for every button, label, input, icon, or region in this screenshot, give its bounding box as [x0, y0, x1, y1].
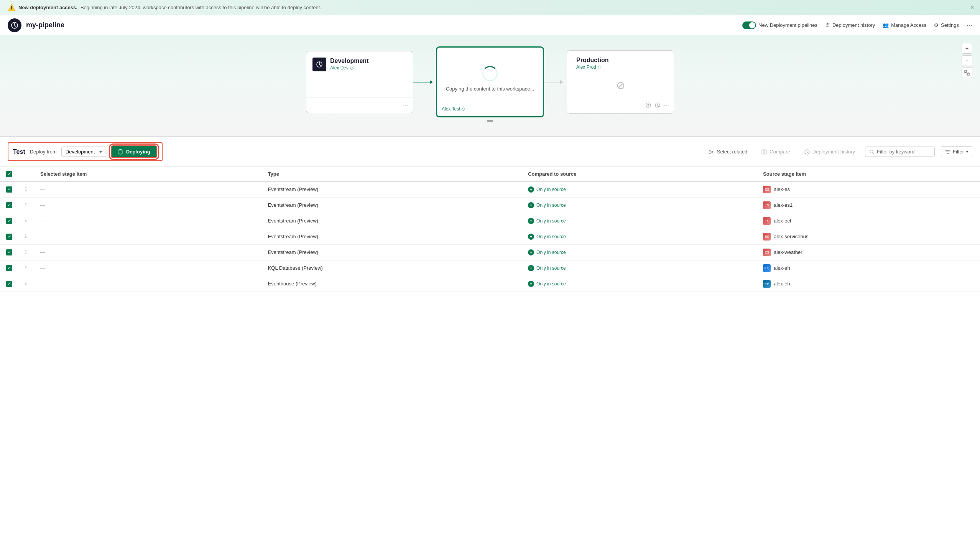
- manage-access-label: Manage Access: [891, 22, 926, 28]
- row-drag-cell[interactable]: ⠿: [18, 276, 34, 292]
- settings-button[interactable]: ⚙ Settings: [934, 22, 959, 28]
- source-item-cell: ESalex-es: [757, 181, 980, 198]
- source-item: KQalex-eh: [763, 264, 974, 272]
- source-type-icon: ES: [763, 217, 771, 225]
- close-notification-button[interactable]: ×: [970, 4, 974, 11]
- svg-rect-2: [967, 73, 969, 75]
- more-options-button[interactable]: ···: [967, 21, 972, 29]
- drag-handle[interactable]: ⠿: [25, 203, 28, 208]
- development-stage-content: [306, 74, 413, 97]
- drag-handle[interactable]: ⠿: [25, 234, 28, 239]
- row-checkbox-2[interactable]: ✓: [6, 218, 12, 224]
- type-cell: Eventhouse (Preview): [262, 276, 522, 292]
- source-item-cell: ESalex-es1: [757, 197, 980, 213]
- row-drag-cell[interactable]: ⠿: [18, 229, 34, 244]
- table-row: ✓⠿—Eventstream (Preview)+Only in sourceE…: [0, 244, 980, 260]
- items-table-container: ✓ Selected stage item Type Compared to s…: [0, 167, 980, 292]
- manage-access-button[interactable]: 👥 Manage Access: [883, 22, 926, 28]
- row-drag-cell[interactable]: ⠿: [18, 181, 34, 198]
- plus-circle-icon: +: [528, 234, 534, 240]
- production-stage-content: ⊘: [567, 73, 674, 98]
- compared-cell: +Only in source: [522, 181, 757, 198]
- compared-cell: +Only in source: [522, 229, 757, 244]
- dash-placeholder: —: [40, 265, 45, 271]
- app-logo: [8, 18, 21, 32]
- row-checkbox-0[interactable]: ✓: [6, 186, 12, 193]
- zoom-reset-button[interactable]: [962, 68, 972, 78]
- compared-badge: +Only in source: [528, 186, 566, 193]
- panel-deployment-history-label: Deployment history: [812, 149, 855, 155]
- development-stage-header: Development Alex Dev ◇: [306, 51, 413, 74]
- gear-icon: ⚙: [934, 22, 939, 28]
- new-deployment-toggle-action[interactable]: New Deployment pipelines: [742, 21, 817, 29]
- row-checkbox-4[interactable]: ✓: [6, 249, 12, 255]
- row-checkbox-1[interactable]: ✓: [6, 202, 12, 208]
- source-type-icon: ES: [763, 249, 771, 256]
- type-cell: Eventstream (Preview): [262, 213, 522, 229]
- row-checkbox-cell: ✓: [0, 260, 18, 276]
- row-checkbox-cell: ✓: [0, 181, 18, 198]
- select-related-button[interactable]: Select related: [705, 147, 751, 157]
- dash-placeholder: —: [40, 202, 45, 208]
- drag-handle[interactable]: ⠿: [25, 281, 28, 287]
- notification-bold: New deployment access.: [18, 5, 77, 10]
- source-item-name: alex-oct: [774, 218, 791, 224]
- panel-collapse-handle[interactable]: [23, 117, 957, 125]
- row-drag-cell[interactable]: ⠿: [18, 197, 34, 213]
- filter-label: Filter: [953, 149, 964, 155]
- panel-actions: Select related Compare Deployment histor…: [705, 146, 972, 157]
- drag-handle[interactable]: ⠿: [25, 218, 28, 224]
- filter-search-input[interactable]: [877, 149, 931, 155]
- notification-bar: ⚠️ New deployment access. Beginning in l…: [0, 0, 980, 15]
- plus-circle-icon: +: [528, 265, 534, 271]
- select-all-checkbox[interactable]: ✓: [6, 171, 12, 177]
- row-checkbox-5[interactable]: ✓: [6, 265, 12, 271]
- compared-badge: +Only in source: [528, 218, 566, 224]
- production-deploy-up-button[interactable]: [645, 102, 651, 109]
- compared-badge: +Only in source: [528, 281, 566, 287]
- zoom-in-button[interactable]: +: [962, 43, 972, 54]
- drag-handle[interactable]: ⠿: [25, 187, 28, 192]
- selected-stage-item-cell: —: [34, 260, 262, 276]
- row-checkbox-cell: ✓: [0, 229, 18, 244]
- deploying-label: Deploying: [126, 149, 150, 155]
- panel-header: Test Deploy from Development Test Produc…: [0, 137, 980, 167]
- row-checkbox-3[interactable]: ✓: [6, 234, 12, 240]
- source-item-cell: ESalex-oct: [757, 213, 980, 229]
- production-stage-name: Production: [576, 57, 668, 64]
- row-drag-cell[interactable]: ⠿: [18, 213, 34, 229]
- development-more-button[interactable]: ⋯: [403, 102, 408, 108]
- production-history-button[interactable]: [654, 102, 661, 109]
- header-checkbox-col: ✓: [0, 167, 18, 181]
- compared-cell: +Only in source: [522, 197, 757, 213]
- panel-deployment-history-button[interactable]: Deployment history: [800, 147, 859, 157]
- dash-placeholder: —: [40, 249, 45, 255]
- header-source-stage-item: Source stage item: [757, 167, 980, 181]
- deployment-history-button[interactable]: ⏱ Deployment history: [825, 22, 875, 28]
- zoom-out-button[interactable]: −: [962, 55, 972, 66]
- deploy-from-select[interactable]: Development Test Production: [61, 147, 106, 157]
- production-more-button[interactable]: ⋯: [664, 103, 669, 109]
- selected-stage-item-cell: —: [34, 197, 262, 213]
- select-related-label: Select related: [717, 149, 748, 155]
- row-drag-cell[interactable]: ⠿: [18, 260, 34, 276]
- compared-badge: +Only in source: [528, 249, 566, 255]
- compared-cell: +Only in source: [522, 244, 757, 260]
- new-deployment-label: New Deployment pipelines: [758, 22, 817, 28]
- type-cell: Eventstream (Preview): [262, 229, 522, 244]
- deploying-button[interactable]: Deploying: [111, 145, 157, 158]
- filter-dropdown-button[interactable]: Filter ▾: [941, 146, 972, 157]
- selected-stage-item-cell: —: [34, 213, 262, 229]
- row-drag-cell[interactable]: ⠿: [18, 244, 34, 260]
- selected-stage-item-cell: —: [34, 276, 262, 292]
- arrow-dev-to-test: [413, 82, 436, 82]
- test-stage: Copying the content to this workspace...…: [436, 47, 544, 117]
- source-item: ESalex-weather: [763, 249, 974, 256]
- row-checkbox-6[interactable]: ✓: [6, 281, 12, 287]
- source-type-icon: KQ: [763, 264, 771, 272]
- drag-handle[interactable]: ⠿: [25, 265, 28, 271]
- drag-handle[interactable]: ⠿: [25, 250, 28, 255]
- new-deployment-toggle[interactable]: [742, 21, 756, 29]
- plus-circle-icon: +: [528, 202, 534, 208]
- compared-badge: +Only in source: [528, 265, 566, 271]
